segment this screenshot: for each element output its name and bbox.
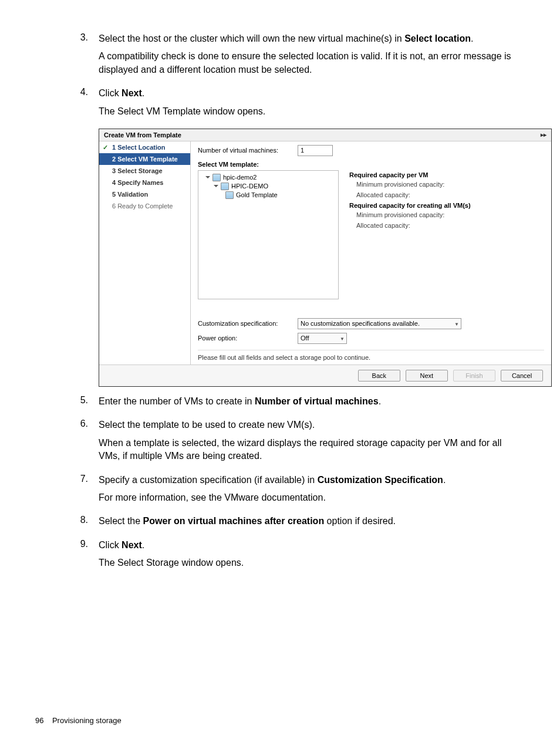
step-text: Specify a customization specification (i… bbox=[99, 475, 318, 485]
num-vm-input[interactable] bbox=[298, 145, 333, 156]
nav-step-location[interactable]: 1 Select Location bbox=[99, 141, 190, 153]
step-para: A compatibility check is done to ensure … bbox=[99, 50, 525, 76]
nav-step-names: 4 Specify Names bbox=[99, 177, 190, 188]
template-tree[interactable]: hpic-demo2 HPIC-DEMO Gold Template bbox=[198, 170, 339, 299]
next-button[interactable]: Next bbox=[406, 370, 448, 382]
back-button[interactable]: Back bbox=[358, 370, 400, 382]
capacity-heading: Required capacity per VM bbox=[349, 171, 544, 178]
step-text: Click bbox=[99, 540, 122, 550]
step-text: option if desired. bbox=[324, 516, 396, 526]
datacenter-icon bbox=[221, 183, 229, 190]
wizard-title: Create VM from Template bbox=[104, 131, 181, 139]
nav-step-validation: 5 Validation bbox=[99, 188, 190, 200]
num-vm-label: Number of virtual machines: bbox=[198, 147, 298, 154]
wizard-nav: 1 Select Location 2 Select VM Template 3… bbox=[99, 141, 191, 364]
doc-step-4: 4. Click Next. The Select VM Template wi… bbox=[35, 87, 525, 123]
select-template-label: Select VM template: bbox=[198, 161, 544, 168]
template-icon bbox=[225, 191, 234, 199]
datacenter-icon bbox=[212, 174, 221, 181]
step-text: . bbox=[379, 396, 381, 406]
step-text: Click bbox=[99, 88, 122, 98]
step-bold: Customization Specification bbox=[318, 475, 443, 485]
wizard-hint: Please fill out all fields and select a … bbox=[198, 350, 544, 361]
step-number: 5. bbox=[35, 395, 99, 413]
cancel-button[interactable]: Cancel bbox=[501, 370, 543, 382]
step-para: Select the template to be used to create… bbox=[99, 418, 525, 431]
capacity-panel: Required capacity per VM Minimum provisi… bbox=[339, 170, 544, 311]
wizard-titlebar: Create VM from Template ▸▸ bbox=[99, 129, 551, 141]
capacity-item: Minimum provisioned capacity: bbox=[349, 181, 544, 188]
doc-step-8: 8. Select the Power on virtual machines … bbox=[35, 515, 525, 532]
step-text: Select the host or the cluster which wil… bbox=[99, 33, 404, 43]
step-number: 6. bbox=[35, 418, 99, 467]
step-text: . bbox=[471, 33, 473, 43]
power-option-label: Power option: bbox=[198, 335, 298, 342]
wizard-footer: Back Next Finish Cancel bbox=[99, 364, 551, 386]
nav-step-storage: 3 Select Storage bbox=[99, 165, 190, 177]
step-text: . bbox=[142, 88, 144, 98]
chevron-down-icon[interactable] bbox=[214, 185, 218, 187]
step-bold: Power on virtual machines after creation bbox=[143, 516, 325, 526]
step-number: 3. bbox=[35, 32, 99, 81]
wizard-dialog: Create VM from Template ▸▸ 1 Select Loca… bbox=[99, 129, 552, 387]
step-text: . bbox=[142, 540, 144, 550]
step-text: Enter the number of VMs to create in bbox=[99, 396, 255, 406]
step-bold: Select location bbox=[404, 33, 471, 43]
step-para: When a template is selected, the wizard … bbox=[99, 437, 525, 463]
tree-node[interactable]: HPIC-DEMO bbox=[231, 183, 268, 190]
expand-icon[interactable]: ▸▸ bbox=[541, 131, 546, 138]
tree-node[interactable]: hpic-demo2 bbox=[223, 174, 257, 181]
step-bold: Number of virtual machines bbox=[255, 396, 379, 406]
nav-step-template[interactable]: 2 Select VM Template bbox=[99, 153, 190, 165]
doc-step-6: 6. Select the template to be used to cre… bbox=[35, 418, 525, 467]
step-number: 7. bbox=[35, 474, 99, 509]
step-bold: Next bbox=[122, 88, 142, 98]
finish-button: Finish bbox=[453, 370, 495, 382]
doc-step-7: 7. Specify a customization specification… bbox=[35, 474, 525, 509]
capacity-heading: Required capacity for creating all VM(s) bbox=[349, 202, 544, 209]
doc-step-5: 5. Enter the number of VMs to create in … bbox=[35, 395, 525, 413]
step-number: 8. bbox=[35, 515, 99, 532]
step-number: 4. bbox=[35, 87, 99, 123]
step-para: The Select Storage window opens. bbox=[99, 556, 244, 569]
cust-spec-select[interactable]: No customization specifications availabl… bbox=[298, 318, 461, 329]
doc-step-9: 9. Click Next. The Select Storage window… bbox=[35, 539, 525, 575]
tree-node[interactable]: Gold Template bbox=[236, 191, 278, 198]
step-para: For more information, see the VMware doc… bbox=[99, 491, 446, 504]
cust-spec-label: Customization specification: bbox=[198, 320, 298, 327]
capacity-item: Allocated capacity: bbox=[349, 191, 544, 198]
power-option-select[interactable]: Off bbox=[298, 333, 347, 344]
step-para: The Select VM Template window opens. bbox=[99, 105, 265, 118]
nav-step-ready: 6 Ready to Complete bbox=[99, 200, 190, 212]
chevron-down-icon[interactable] bbox=[205, 176, 210, 178]
step-number: 9. bbox=[35, 539, 99, 575]
capacity-item: Allocated capacity: bbox=[349, 222, 544, 229]
step-bold: Next bbox=[122, 540, 142, 550]
doc-step-3: 3. Select the host or the cluster which … bbox=[35, 32, 525, 81]
step-text: Select the bbox=[99, 516, 143, 526]
capacity-item: Minimum provisioned capacity: bbox=[349, 211, 544, 218]
step-text: . bbox=[443, 475, 446, 485]
